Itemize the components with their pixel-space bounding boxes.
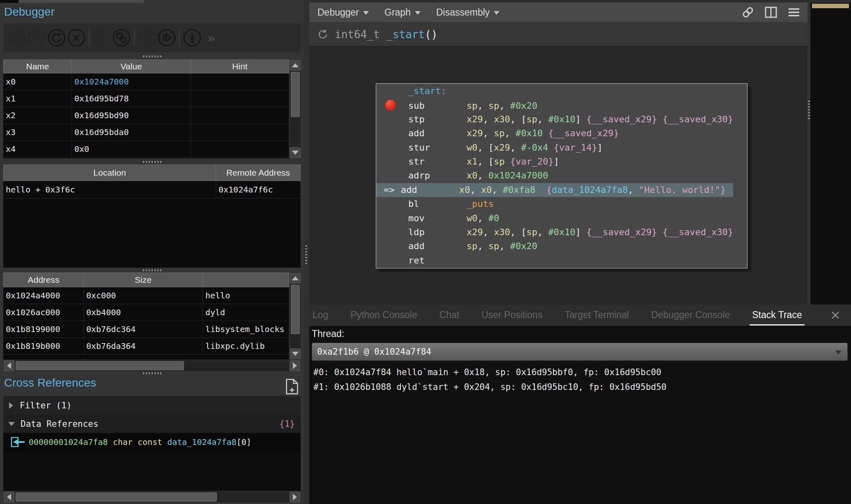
- incoming-reference-icon: [9, 436, 25, 448]
- scroll-left-button[interactable]: [4, 492, 14, 502]
- scrollbar-thumb[interactable]: [16, 361, 184, 370]
- stack-frame-row[interactable]: #0: 0x1024a7f84 hello`main + 0x18, sp: 0…: [312, 365, 851, 380]
- column-header[interactable]: Location: [3, 165, 216, 181]
- column-header[interactable]: Hint: [191, 60, 289, 73]
- tab-chat[interactable]: Chat: [439, 309, 460, 321]
- asm-line[interactable]: addx29, sp, #0x10 {__saved_x29}: [376, 126, 747, 140]
- pc-arrow-icon[interactable]: =>: [376, 183, 401, 197]
- scroll-right-button[interactable]: [290, 492, 300, 502]
- scrollbar-thumb[interactable]: [16, 493, 217, 502]
- scroll-up-button[interactable]: [290, 273, 301, 284]
- module-row[interactable]: 0x1024a4000 0xc000 hello: [3, 287, 301, 304]
- xref-filter-row[interactable]: Filter (1): [3, 396, 301, 415]
- asm-line[interactable]: ldpx29, x30, [sp, #0x10] {__saved_x29} {…: [376, 225, 747, 239]
- breakpoint-icon[interactable]: [385, 100, 396, 110]
- detach-button[interactable]: [112, 28, 131, 48]
- register-value: 0x16d95bd90: [72, 107, 191, 124]
- column-header[interactable]: Address: [3, 273, 84, 287]
- column-header[interactable]: Value: [72, 60, 191, 73]
- vertical-scrollbar[interactable]: [289, 273, 301, 360]
- close-panel-button[interactable]: [830, 310, 840, 322]
- thread-dropdown[interactable]: 0xa2f1b6 @ 0x1024a7f84: [312, 343, 848, 361]
- menu-graph[interactable]: Graph: [384, 7, 421, 18]
- scrollbar-thumb[interactable]: [291, 72, 300, 117]
- stack-frame-row[interactable]: #1: 0x1026b1088 dyld`start + 0x204, sp: …: [312, 380, 851, 394]
- splitter-handle[interactable]: [143, 161, 162, 163]
- new-pane-button[interactable]: [285, 378, 299, 396]
- asm-line[interactable]: _start:: [376, 84, 747, 98]
- expanded-caret-icon[interactable]: [8, 422, 15, 426]
- disassembly-graph[interactable]: _start:subsp, sp, #0x20stpx29, x30, [sp,…: [309, 46, 807, 305]
- asm-line[interactable]: addsp, sp, #0x20: [376, 239, 747, 253]
- register-row[interactable]: x3 0x16d95bda0: [3, 124, 301, 141]
- tab-stack-trace[interactable]: Stack Trace: [752, 309, 802, 321]
- scroll-up-button[interactable]: [290, 60, 301, 71]
- pause-button[interactable]: [137, 28, 157, 48]
- splitter-handle[interactable]: [305, 245, 307, 264]
- menu-debugger[interactable]: Debugger: [317, 7, 369, 18]
- splitter-handle[interactable]: [143, 372, 162, 374]
- module-row[interactable]: 0x1b819b000 0xb76da364 libxpc.dylib: [3, 338, 301, 355]
- scroll-down-button[interactable]: [290, 348, 301, 359]
- column-header[interactable]: Name: [3, 60, 72, 73]
- asm-line[interactable]: subsp, sp, #0x20: [376, 98, 747, 112]
- asm-line[interactable]: bl_puts: [376, 197, 747, 211]
- horizontal-scrollbar[interactable]: [3, 360, 301, 371]
- scroll-down-button[interactable]: [290, 147, 301, 158]
- step-into-button[interactable]: [182, 28, 202, 48]
- scroll-right-button[interactable]: [290, 360, 300, 371]
- tab-user-positions[interactable]: User Positions: [481, 309, 542, 321]
- horizontal-scrollbar[interactable]: [3, 491, 301, 502]
- register-row[interactable]: x2 0x16d95bd90: [3, 107, 301, 124]
- feature-map[interactable]: [810, 3, 851, 305]
- breakpoint-remote-address: 0x1024a7f6c: [216, 181, 301, 198]
- column-header[interactable]: Size: [84, 273, 203, 287]
- xref-group-row[interactable]: Data References {1}: [3, 415, 301, 433]
- asm-mnemonic: add: [408, 239, 467, 253]
- register-row[interactable]: x4 0x0: [3, 141, 301, 158]
- asm-line[interactable]: movw0, #0: [376, 211, 747, 225]
- menu-label: Graph: [384, 7, 411, 18]
- asm-line[interactable]: strx1, [sp {var_20}]: [376, 155, 747, 169]
- column-header[interactable]: [203, 273, 289, 287]
- tab-debugger-console[interactable]: Debugger Console: [651, 309, 730, 321]
- xref-entry-row[interactable]: 00000001024a7fa8 char const data_1024a7f…: [3, 433, 301, 451]
- restart-button[interactable]: [47, 28, 67, 48]
- module-row[interactable]: 0x1b8199000 0xb76dc364 libsystem_blocks: [3, 321, 301, 338]
- stack-frames-list: #0: 0x1024a7f84 hello`main + 0x18, sp: 0…: [312, 365, 851, 394]
- connect-button[interactable]: [92, 28, 112, 48]
- splitter-handle[interactable]: [143, 269, 162, 271]
- asm-line[interactable]: stpx29, x30, [sp, #0x10] {__saved_x29} {…: [376, 112, 747, 126]
- scroll-left-button[interactable]: [4, 360, 14, 371]
- asm-line[interactable]: =>addx0, x0, #0xfa8 {data_1024a7fa8, "He…: [376, 183, 747, 197]
- breakpoint-gutter[interactable]: [376, 98, 408, 113]
- asm-line[interactable]: sturw0, [x29, #-0x4 {var_14}]: [376, 141, 747, 155]
- resume-button[interactable]: [157, 28, 177, 48]
- tab-python-console[interactable]: Python Console: [350, 309, 417, 321]
- toolbar-overflow-button[interactable]: »: [208, 31, 214, 45]
- register-row[interactable]: x1 0x16d95bd78: [3, 90, 301, 107]
- scrollbar-thumb[interactable]: [291, 285, 300, 334]
- basic-block[interactable]: _start:subsp, sp, #0x20stpx29, x30, [sp,…: [376, 83, 748, 268]
- attach-button[interactable]: [27, 28, 47, 48]
- collapsed-caret-icon[interactable]: [9, 402, 13, 409]
- vertical-scrollbar[interactable]: [289, 60, 301, 158]
- register-row[interactable]: x0 0x1024a7000: [3, 73, 301, 90]
- hamburger-menu-icon[interactable]: [787, 5, 801, 19]
- module-row[interactable]: 0x1026ac000 0xb4000 dyld: [3, 304, 301, 321]
- tab-target-terminal[interactable]: Target Terminal: [565, 309, 629, 321]
- breakpoint-row[interactable]: hello + 0x3f6c 0x1024a7f6c: [3, 181, 301, 199]
- split-view-icon[interactable]: [764, 5, 778, 19]
- function-header[interactable]: int64_t _start (): [309, 23, 807, 46]
- splitter-handle[interactable]: [143, 55, 162, 57]
- breakpoint-location: hello + 0x3f6c: [3, 181, 216, 198]
- tab-log[interactable]: Log: [313, 309, 328, 321]
- splitter-handle[interactable]: [808, 101, 810, 119]
- run-button[interactable]: [7, 28, 27, 48]
- asm-line[interactable]: ret: [376, 254, 747, 268]
- asm-line[interactable]: adrpx0, 0x1024a7000: [376, 169, 747, 183]
- column-header[interactable]: Remote Address: [216, 165, 301, 181]
- link-icon[interactable]: [741, 5, 755, 19]
- stop-button[interactable]: [67, 28, 86, 48]
- menu-disassembly[interactable]: Disassembly: [436, 7, 499, 18]
